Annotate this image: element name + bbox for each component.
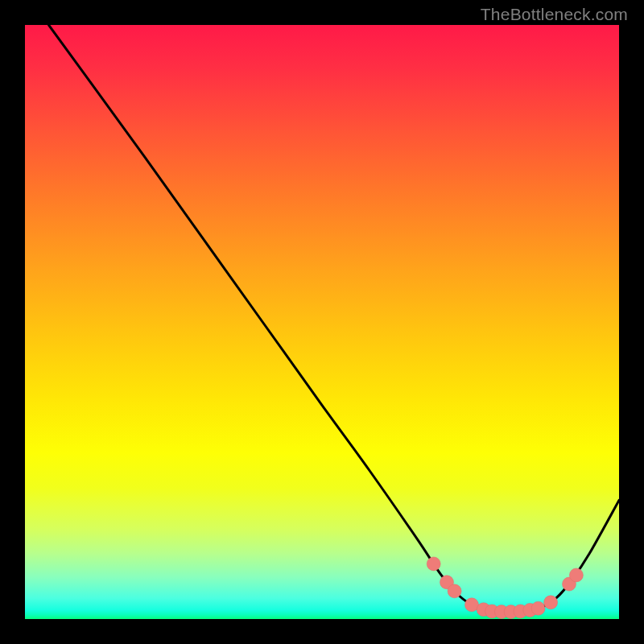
data-marker (569, 568, 583, 582)
plot-area (25, 25, 619, 619)
data-marker (427, 557, 440, 571)
bottleneck-curve (49, 25, 620, 613)
plot-svg (25, 25, 619, 619)
data-marker (465, 598, 479, 612)
chart-frame: TheBottleneck.com (0, 0, 644, 644)
data-marker (448, 584, 461, 598)
data-marker (531, 601, 545, 615)
marker-group (427, 557, 583, 619)
watermark-text: TheBottleneck.com (481, 5, 628, 24)
data-marker (544, 596, 558, 609)
